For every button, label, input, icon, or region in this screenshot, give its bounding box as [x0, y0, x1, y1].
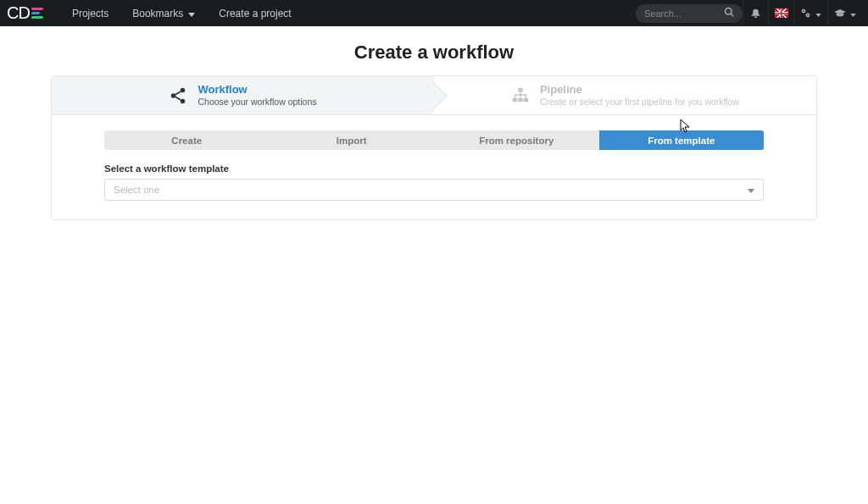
tab-import[interactable]: Import: [270, 130, 435, 150]
cogs-icon: [800, 8, 811, 19]
step-pipeline-title: Pipeline: [540, 83, 739, 97]
nav-projects[interactable]: Projects: [60, 0, 120, 26]
language-flag[interactable]: [768, 0, 793, 26]
svg-rect-10: [513, 97, 518, 102]
caret-down-icon: [188, 8, 195, 19]
template-select-placeholder: Select one: [114, 185, 159, 195]
sitemap-icon: [511, 86, 530, 105]
wizard-box: Workflow Choose your workflow options Pi…: [51, 75, 817, 220]
tabs: Create Import From repository From templ…: [104, 130, 764, 150]
step-workflow-desc: Choose your workflow options: [198, 97, 316, 108]
svg-rect-9: [518, 87, 523, 91]
svg-line-1: [731, 14, 733, 16]
user-menu[interactable]: [827, 0, 861, 26]
graduation-cap-icon: [834, 8, 846, 19]
caret-down-icon: [815, 7, 821, 19]
nav-create-project[interactable]: Create a project: [207, 0, 303, 26]
tab-from-repository[interactable]: From repository: [434, 130, 599, 150]
step-pipeline[interactable]: Pipeline Create or select your first pip…: [434, 76, 816, 114]
nav-bookmarks[interactable]: Bookmarks: [120, 0, 207, 26]
share-icon: [169, 86, 187, 105]
uk-flag-icon: [775, 8, 788, 18]
chevron-down-icon: [748, 186, 754, 195]
svg-point-4: [803, 10, 804, 12]
svg-rect-11: [518, 97, 523, 102]
logo-text: CD: [7, 3, 30, 23]
logo[interactable]: CD: [7, 0, 43, 26]
caret-down-icon: [850, 7, 856, 19]
nav-links: Projects Bookmarks Create a project: [60, 0, 303, 26]
template-select-label: Select a workflow template: [104, 163, 764, 174]
logo-bars-icon: [31, 8, 43, 19]
step-pipeline-desc: Create or select your first pipeline for…: [540, 97, 739, 108]
svg-point-0: [726, 8, 732, 15]
nav-bookmarks-label: Bookmarks: [132, 8, 183, 19]
svg-point-5: [807, 14, 809, 16]
search-box[interactable]: [636, 4, 743, 23]
top-nav: CD Projects Bookmarks Create a project: [0, 0, 868, 26]
search-icon[interactable]: [724, 7, 734, 19]
step-workflow-title: Workflow: [198, 83, 316, 97]
svg-point-8: [181, 98, 186, 103]
notifications-icon[interactable]: [743, 0, 768, 26]
page-title: Create a workflow: [0, 42, 868, 64]
template-select[interactable]: Select one: [104, 179, 764, 201]
wizard-steps: Workflow Choose your workflow options Pi…: [52, 76, 816, 115]
tab-from-template[interactable]: From template: [599, 130, 765, 150]
svg-rect-12: [524, 97, 529, 102]
step-workflow[interactable]: Workflow Choose your workflow options: [52, 76, 434, 114]
tab-create[interactable]: Create: [104, 130, 270, 150]
form-area: Select a workflow template Select one: [52, 150, 816, 219]
search-input[interactable]: [644, 8, 724, 19]
settings-menu[interactable]: [793, 0, 827, 26]
svg-point-7: [181, 87, 186, 92]
